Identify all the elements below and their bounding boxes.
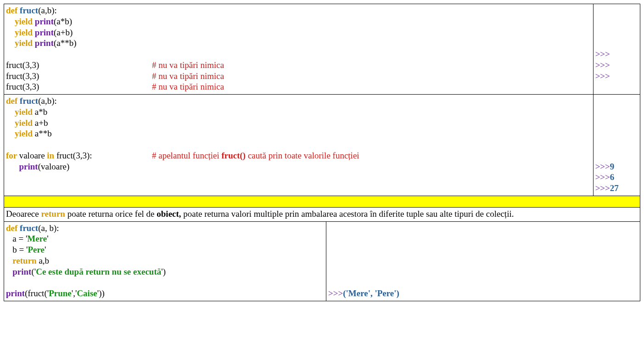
string-literal: Pere — [28, 245, 45, 254]
quote: ' — [45, 245, 46, 254]
builtin-print: print — [35, 28, 54, 37]
expr: a,b — [39, 256, 49, 265]
kw-yield: yield — [6, 118, 35, 128]
prompt: >>> — [595, 49, 610, 59]
example-4-code: def fruct(a, b): a = 'Mere' b = 'Pere' r… — [4, 221, 326, 301]
fn-name: fruct — [20, 223, 38, 233]
kw-yield: yield — [6, 17, 35, 26]
comment-pre: # apelantul funcției — [152, 151, 221, 160]
fn-name: fruct — [20, 96, 38, 106]
call: fruct(3,3) — [6, 71, 152, 82]
kw-in: in — [47, 151, 56, 160]
comment-fn: fruct() — [221, 151, 246, 160]
kw-return: return — [12, 256, 39, 265]
example-1-output: >>> >>> >>> — [593, 4, 640, 95]
builtin-print: print — [6, 288, 25, 298]
para-obiect: obiect, — [157, 209, 181, 219]
args: (a,b): — [38, 6, 57, 15]
example-row-2: def fruct(a,b): yield a*b yield a+b yiel… — [4, 95, 640, 196]
prompt: >>> — [595, 71, 610, 81]
comment: # nu va tipări nimica — [152, 71, 224, 81]
assign: a = — [6, 234, 26, 243]
args: (a*b) — [54, 17, 72, 26]
yellow-separator — [4, 196, 640, 207]
explanation-row: Deoarece return poate returna orice fel … — [4, 207, 640, 221]
loop-var: valoare — [19, 151, 47, 160]
out-value: 27 — [610, 183, 619, 193]
assign: b = — [6, 245, 26, 254]
expr: a*b — [35, 107, 47, 117]
builtin-print: print — [19, 162, 38, 171]
kw-return: return — [41, 209, 65, 219]
builtin-print: print — [35, 17, 54, 26]
call: fruct(3,3) — [6, 81, 152, 92]
para-t2: poate returna orice fel de — [65, 209, 157, 219]
kw-for: for — [6, 151, 19, 160]
kw-yield: yield — [6, 38, 35, 48]
kw-yield: yield — [6, 28, 35, 37]
args: (a, b): — [38, 223, 59, 233]
call: fruct(3,3) — [6, 60, 152, 71]
paren: ) — [163, 267, 166, 276]
kw-yield: yield — [6, 129, 35, 138]
builtin-print: print — [35, 38, 54, 48]
kw-def: def — [6, 96, 20, 106]
para-t1: Deoarece — [6, 209, 41, 219]
comment: # nu va tipări nimica — [152, 60, 224, 70]
quote: ' — [47, 234, 48, 243]
indent — [6, 267, 12, 276]
args: (a,b): — [38, 96, 57, 106]
args: (a+b) — [54, 28, 73, 37]
example-row-1: def fruct(a,b): yield print(a*b) yield p… — [4, 4, 640, 95]
args: (valoare) — [38, 162, 70, 171]
prompt: >>> — [595, 162, 610, 171]
example-2-code: def fruct(a,b): yield a*b yield a+b yiel… — [4, 95, 594, 196]
comment: # nu va tipări nimica — [152, 82, 224, 91]
indent — [6, 256, 12, 265]
example-2-output: >>>9 >>>6 >>>27 — [593, 95, 640, 196]
expr: a+b — [35, 118, 48, 128]
string-literal: Ce este după return nu se execută — [36, 267, 161, 276]
example-4-output: >>>('Mere', 'Pere') — [326, 221, 640, 301]
builtin-print: print — [12, 267, 31, 276]
explanation-text: Deoarece return poate returna orice fel … — [4, 207, 640, 221]
prompt: >>> — [328, 288, 343, 298]
comment-post: caută prin toate valorile funcției — [246, 151, 359, 160]
call-open: (fruct( — [25, 288, 47, 298]
example-row-4: def fruct(a, b): a = 'Mere' b = 'Pere' r… — [4, 221, 640, 301]
args: (a**b) — [54, 38, 77, 48]
code-examples-table: def fruct(a,b): yield print(a*b) yield p… — [4, 4, 640, 301]
string-literal: Caise — [77, 288, 97, 298]
fn-name: fruct — [20, 6, 38, 15]
kw-def: def — [6, 223, 20, 233]
prompt: >>> — [595, 172, 610, 182]
para-t3: poate returna valori multiple prin ambal… — [181, 209, 514, 219]
out-value: 9 — [610, 162, 615, 171]
call-close: )) — [99, 288, 105, 298]
comment: # apelantul funcției fruct() caută prin … — [152, 151, 359, 160]
prompt: >>> — [595, 183, 610, 193]
expr: a**b — [35, 129, 52, 138]
string-literal: Prune — [49, 288, 72, 298]
indent — [6, 162, 19, 171]
kw-def: def — [6, 6, 20, 15]
example-1-code: def fruct(a,b): yield print(a*b) yield p… — [4, 4, 594, 95]
separator-row — [4, 196, 640, 207]
string-literal: Mere — [27, 234, 47, 243]
out-value: ('Mere', 'Pere') — [343, 288, 399, 298]
call: fruct(3,3): — [56, 151, 92, 160]
kw-yield: yield — [6, 107, 35, 117]
out-value: 6 — [610, 172, 615, 182]
prompt: >>> — [595, 60, 610, 70]
